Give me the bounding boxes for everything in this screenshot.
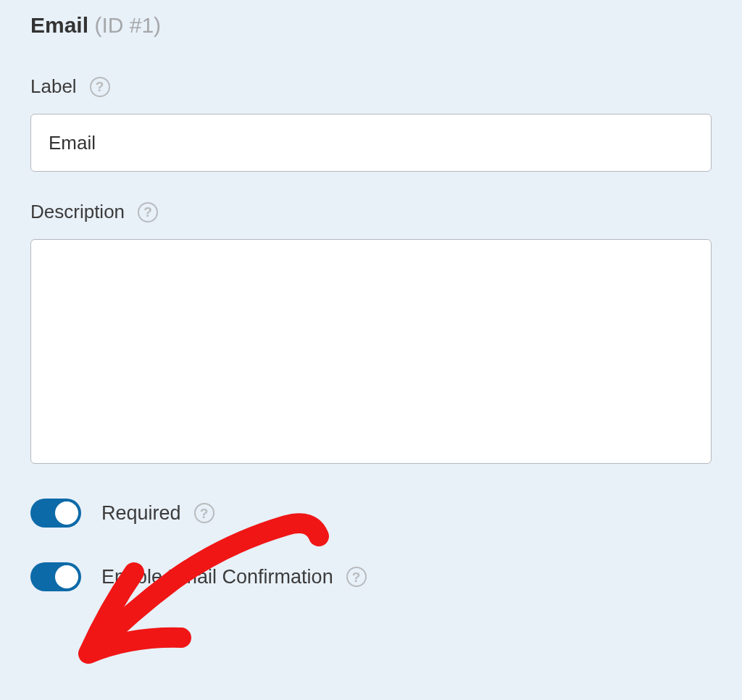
description-field-group: Description ? (30, 201, 712, 467)
toggle-knob (55, 501, 78, 525)
description-textarea[interactable] (30, 239, 712, 464)
required-label: Required (101, 502, 181, 525)
field-title: Email (30, 13, 88, 37)
label-field-group: Label ? (30, 75, 712, 172)
required-toggle-row: Required ? (30, 499, 712, 528)
email-confirmation-label: Enable Email Confirmation (101, 566, 333, 588)
toggle-knob (55, 565, 78, 588)
help-icon[interactable]: ? (138, 202, 158, 222)
help-icon[interactable]: ? (90, 77, 110, 97)
help-icon[interactable]: ? (194, 503, 214, 523)
field-id: (ID #1) (94, 13, 161, 37)
label-input[interactable] (30, 114, 712, 172)
description-caption-row: Description ? (30, 201, 712, 223)
help-icon[interactable]: ? (346, 567, 367, 587)
label-caption-row: Label ? (30, 75, 712, 98)
field-header: Email (ID #1) (30, 13, 712, 38)
required-toggle[interactable] (30, 499, 81, 528)
description-caption: Description (30, 201, 125, 223)
email-confirmation-toggle[interactable] (30, 562, 81, 591)
label-caption: Label (30, 75, 77, 98)
email-confirmation-toggle-row: Enable Email Confirmation ? (30, 562, 712, 591)
